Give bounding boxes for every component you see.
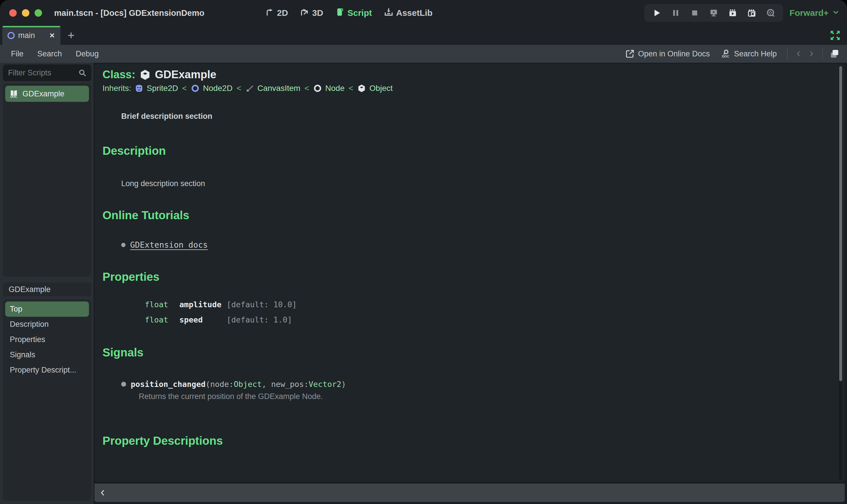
bottom-panel-bar — [94, 484, 845, 502]
property-default: [default: 1.0] — [227, 315, 833, 324]
section-item-signals[interactable]: Signals — [5, 347, 89, 362]
scene-tab-strip: main — [0, 26, 847, 45]
canvasitem-icon — [245, 84, 254, 93]
property-type[interactable]: float — [145, 315, 170, 324]
class-name: GDExample — [155, 69, 216, 81]
script-workspace-icon — [335, 7, 345, 19]
svg-text:DOC: DOC — [10, 95, 17, 98]
signal-param-type-vector2[interactable]: Vector2 — [309, 380, 342, 389]
signal-param-type-object[interactable]: Object — [234, 380, 262, 389]
playback-controls — [644, 4, 783, 22]
inherits-link-object[interactable]: Object — [369, 84, 393, 93]
play-button[interactable] — [652, 8, 661, 17]
property-name-speed[interactable]: speed — [170, 315, 227, 324]
window-title: main.tscn - [Docs] GDExtensionDemo — [54, 8, 204, 18]
script-editor-menubar: File Search Debug Open in Online Docs DO… — [0, 45, 847, 63]
node2d-icon — [191, 84, 200, 93]
menu-debug[interactable]: Debug — [69, 50, 106, 58]
zoom-window-button[interactable] — [35, 9, 42, 17]
divider — [822, 48, 823, 60]
movie-maker-mode-button[interactable] — [766, 8, 775, 17]
property-type[interactable]: float — [145, 300, 170, 309]
2d-workspace-icon — [265, 7, 274, 19]
divider — [787, 48, 788, 60]
class-reference-view: Class: GDExample Inherits: Sprite2D < No… — [94, 64, 845, 482]
close-tab-icon[interactable] — [49, 32, 55, 39]
distraction-free-mode-button[interactable] — [829, 29, 841, 41]
node2d-icon — [7, 32, 15, 39]
section-item-description[interactable]: Description — [5, 317, 89, 332]
workspace-2d-button[interactable]: 2D — [265, 7, 288, 19]
external-link-icon — [625, 49, 635, 58]
chevron-left-icon — [795, 50, 802, 57]
member-filter-header[interactable]: GDExample — [3, 283, 91, 296]
open-online-docs-button[interactable]: Open in Online Docs — [620, 49, 715, 58]
collapse-panel-button[interactable] — [99, 489, 106, 497]
doc-section-list: Top Description Properties Signals Prope… — [3, 299, 91, 501]
close-window-button[interactable] — [9, 9, 17, 17]
inherits-link-canvasitem[interactable]: CanvasItem — [257, 84, 300, 93]
inherits-link-sprite2d[interactable]: Sprite2D — [147, 84, 178, 93]
stop-button[interactable] — [690, 8, 699, 17]
play-movie-button[interactable] — [728, 8, 737, 17]
menu-file[interactable]: File — [4, 50, 31, 58]
scrollbar-thumb[interactable] — [839, 66, 842, 381]
object-icon — [357, 84, 366, 93]
filter-scripts-box — [3, 65, 91, 81]
svg-text:DOC: DOC — [722, 55, 729, 58]
signals-heading: Signals — [103, 346, 833, 359]
tutorial-item: GDExtension docs — [121, 240, 833, 250]
history-forward-button[interactable] — [805, 48, 818, 60]
workspace-3d-button[interactable]: 3D — [300, 7, 323, 19]
scene-tab-main[interactable]: main — [2, 26, 60, 45]
macos-window-controls — [9, 9, 42, 17]
property-descriptions-heading: Property Descriptions — [103, 434, 833, 447]
menubar-right: Open in Online Docs DOC Search Help — [620, 48, 843, 60]
signal-description: Returns the current position of the GDEx… — [139, 392, 833, 401]
toggle-scripts-panel-button[interactable] — [827, 48, 841, 60]
menu-search[interactable]: Search — [31, 50, 69, 58]
property-default: [default: 10.0] — [227, 300, 833, 309]
gdextension-docs-link[interactable]: GDExtension docs — [130, 240, 208, 250]
section-item-properties[interactable]: Properties — [5, 332, 89, 347]
filter-scripts-input[interactable] — [7, 68, 78, 78]
doc-column: Class: GDExample Inherits: Sprite2D < No… — [93, 63, 847, 504]
new-scene-tab-button[interactable] — [66, 30, 76, 41]
assetlib-icon — [384, 7, 393, 19]
search-help-button[interactable]: DOC Search Help — [715, 49, 782, 58]
title-bar: main.tscn - [Docs] GDExtensionDemo 2D 3D… — [0, 0, 847, 26]
script-list: DOC GDExample — [3, 84, 91, 277]
inherits-label: Inherits: — [103, 84, 131, 93]
property-name-amplitude[interactable]: amplitude — [170, 300, 227, 309]
section-item-top[interactable]: Top — [5, 302, 89, 317]
brief-description: Brief description section — [121, 112, 833, 121]
doc-scrollbar[interactable] — [839, 66, 842, 480]
class-doc-icon: DOC — [9, 89, 18, 98]
3d-workspace-icon — [300, 7, 309, 19]
panels-icon — [829, 49, 840, 59]
properties-table: float amplitude [default: 10.0] float sp… — [145, 300, 833, 324]
inherits-link-node[interactable]: Node — [325, 84, 345, 93]
history-back-button[interactable] — [792, 48, 805, 60]
play-custom-scene-button[interactable] — [747, 8, 756, 17]
section-item-property-descriptions[interactable]: Property Descript... — [5, 362, 89, 378]
workspace-switcher: 2D 3D Script AssetLib — [265, 0, 432, 26]
workspace-assetlib-button[interactable]: AssetLib — [384, 7, 433, 19]
bullet-icon — [121, 382, 126, 386]
script-list-item-gdexample[interactable]: DOC GDExample — [5, 86, 89, 102]
search-docs-icon: DOC — [721, 49, 730, 58]
run-bar: Forward+ — [644, 0, 840, 26]
expand-icon — [829, 29, 841, 41]
scripts-sidebar: DOC GDExample GDExample Top Description … — [0, 63, 93, 504]
signal-signature: position_changed(node: Object, new_pos: … — [121, 380, 833, 389]
renderer-selector[interactable]: Forward+ — [790, 8, 840, 18]
search-icon — [78, 69, 87, 77]
pause-button[interactable] — [671, 8, 680, 17]
inherits-link-node2d[interactable]: Node2D — [203, 84, 232, 93]
minimize-window-button[interactable] — [22, 9, 29, 17]
play-remote-button[interactable] — [709, 8, 718, 17]
properties-heading: Properties — [103, 270, 833, 283]
class-label: Class: — [103, 69, 135, 81]
workspace-script-button[interactable]: Script — [335, 7, 372, 19]
object-icon — [139, 69, 151, 80]
